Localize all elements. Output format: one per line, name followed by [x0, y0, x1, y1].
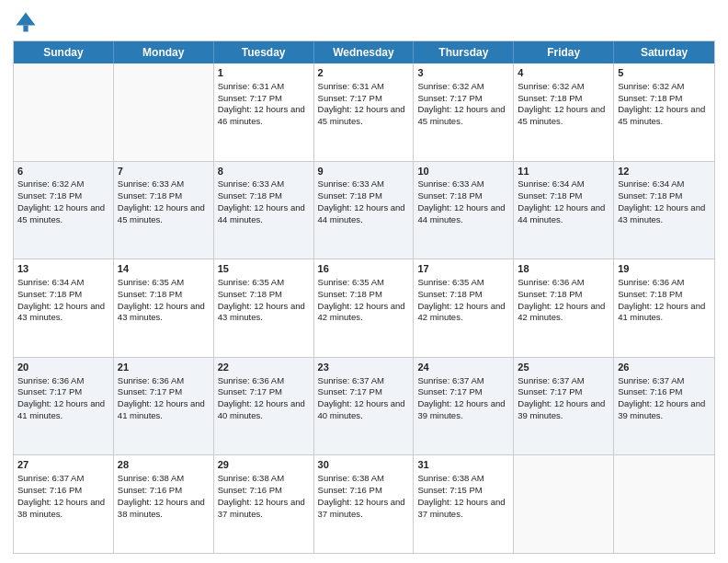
- day-info-line: Sunset: 7:16 PM: [318, 485, 410, 497]
- cal-day-11: 11Sunrise: 6:34 AMSunset: 7:18 PMDayligh…: [514, 162, 614, 259]
- day-number: 15: [218, 262, 310, 276]
- day-info-line: Sunset: 7:18 PM: [417, 190, 509, 202]
- day-info-line: Daylight: 12 hours and 38 minutes.: [118, 497, 210, 521]
- day-number: 1: [218, 66, 310, 80]
- day-info-line: Sunset: 7:18 PM: [17, 190, 109, 202]
- day-info-line: Sunrise: 6:37 AM: [618, 375, 711, 387]
- cal-empty-cell: [14, 63, 114, 161]
- day-info-line: Sunset: 7:17 PM: [118, 386, 210, 398]
- day-info-line: Daylight: 12 hours and 39 minutes.: [417, 398, 509, 422]
- day-info-line: Sunrise: 6:35 AM: [318, 277, 410, 289]
- day-info-line: Daylight: 12 hours and 37 minutes.: [218, 497, 310, 521]
- svg-marker-0: [17, 13, 36, 26]
- day-info-line: Daylight: 12 hours and 37 minutes.: [417, 497, 509, 521]
- logo-icon: [13, 9, 39, 35]
- cal-empty-cell: [614, 455, 714, 553]
- day-number: 2: [318, 66, 410, 80]
- day-number: 13: [17, 262, 109, 276]
- cal-header-friday: Friday: [514, 41, 614, 63]
- day-info-line: Sunrise: 6:33 AM: [118, 178, 210, 190]
- day-info-line: Daylight: 12 hours and 41 minutes.: [17, 398, 109, 422]
- day-number: 11: [518, 165, 609, 178]
- day-number: 7: [118, 165, 210, 178]
- day-info-line: Sunrise: 6:32 AM: [17, 178, 109, 190]
- day-info-line: Daylight: 12 hours and 37 minutes.: [318, 497, 410, 521]
- day-info-line: Sunset: 7:18 PM: [218, 190, 310, 202]
- day-number: 12: [618, 165, 711, 178]
- day-info-line: Sunset: 7:17 PM: [17, 386, 109, 398]
- cal-day-18: 18Sunrise: 6:36 AMSunset: 7:18 PMDayligh…: [514, 259, 614, 357]
- day-info-line: Sunset: 7:18 PM: [318, 289, 410, 301]
- cal-day-12: 12Sunrise: 6:34 AMSunset: 7:18 PMDayligh…: [614, 162, 714, 259]
- day-number: 5: [618, 66, 711, 80]
- day-info-line: Sunset: 7:17 PM: [417, 93, 509, 105]
- cal-header-saturday: Saturday: [614, 41, 714, 63]
- cal-header-thursday: Thursday: [414, 41, 514, 63]
- day-info-line: Daylight: 12 hours and 38 minutes.: [17, 497, 109, 521]
- day-info-line: Sunset: 7:16 PM: [618, 386, 711, 398]
- day-info-line: Daylight: 12 hours and 44 minutes.: [318, 202, 410, 226]
- day-info-line: Sunrise: 6:38 AM: [318, 473, 410, 485]
- cal-day-19: 19Sunrise: 6:36 AMSunset: 7:18 PMDayligh…: [614, 259, 714, 357]
- cal-day-8: 8Sunrise: 6:33 AMSunset: 7:18 PMDaylight…: [214, 162, 314, 259]
- header: [13, 9, 715, 35]
- day-number: 30: [318, 458, 410, 472]
- cal-day-1: 1Sunrise: 6:31 AMSunset: 7:17 PMDaylight…: [214, 63, 314, 161]
- day-info-line: Sunrise: 6:34 AM: [618, 178, 711, 190]
- day-info-line: Sunrise: 6:36 AM: [17, 375, 109, 387]
- cal-week-row-3: 13Sunrise: 6:34 AMSunset: 7:18 PMDayligh…: [14, 259, 714, 358]
- day-info-line: Daylight: 12 hours and 44 minutes.: [518, 202, 609, 226]
- day-info-line: Sunrise: 6:32 AM: [417, 81, 509, 93]
- day-info-line: Daylight: 12 hours and 45 minutes.: [618, 104, 711, 128]
- cal-empty-cell: [114, 63, 214, 161]
- day-info-line: Sunrise: 6:31 AM: [318, 81, 410, 93]
- day-number: 22: [218, 361, 310, 374]
- day-info-line: Sunrise: 6:31 AM: [218, 81, 310, 93]
- cal-day-14: 14Sunrise: 6:35 AMSunset: 7:18 PMDayligh…: [114, 259, 214, 357]
- day-info-line: Daylight: 12 hours and 45 minutes.: [518, 104, 609, 128]
- day-info-line: Sunset: 7:16 PM: [17, 485, 109, 497]
- cal-day-23: 23Sunrise: 6:37 AMSunset: 7:17 PMDayligh…: [314, 358, 415, 455]
- day-number: 9: [318, 165, 410, 178]
- day-number: 25: [518, 361, 609, 374]
- cal-day-25: 25Sunrise: 6:37 AMSunset: 7:17 PMDayligh…: [514, 358, 614, 455]
- day-info-line: Daylight: 12 hours and 43 minutes.: [618, 202, 711, 226]
- svg-rect-1: [23, 26, 28, 32]
- cal-header-wednesday: Wednesday: [314, 41, 415, 63]
- day-info-line: Sunrise: 6:33 AM: [417, 178, 509, 190]
- calendar: SundayMondayTuesdayWednesdayThursdayFrid…: [13, 40, 715, 554]
- day-number: 8: [218, 165, 310, 178]
- cal-week-row-5: 27Sunrise: 6:37 AMSunset: 7:16 PMDayligh…: [14, 455, 714, 553]
- day-info-line: Sunrise: 6:32 AM: [518, 81, 609, 93]
- calendar-body: 1Sunrise: 6:31 AMSunset: 7:17 PMDaylight…: [14, 63, 714, 553]
- cal-day-5: 5Sunrise: 6:32 AMSunset: 7:18 PMDaylight…: [614, 63, 714, 161]
- day-info-line: Daylight: 12 hours and 44 minutes.: [218, 202, 310, 226]
- day-number: 4: [518, 66, 609, 80]
- day-number: 17: [417, 262, 509, 276]
- cal-day-9: 9Sunrise: 6:33 AMSunset: 7:18 PMDaylight…: [314, 162, 415, 259]
- calendar-header-row: SundayMondayTuesdayWednesdayThursdayFrid…: [14, 41, 714, 63]
- day-info-line: Sunset: 7:18 PM: [118, 289, 210, 301]
- day-info-line: Daylight: 12 hours and 42 minutes.: [318, 301, 410, 325]
- day-info-line: Daylight: 12 hours and 45 minutes.: [318, 104, 410, 128]
- day-info-line: Sunset: 7:18 PM: [618, 190, 711, 202]
- day-number: 16: [318, 262, 410, 276]
- day-info-line: Daylight: 12 hours and 45 minutes.: [17, 202, 109, 226]
- day-info-line: Sunset: 7:17 PM: [218, 93, 310, 105]
- day-info-line: Sunset: 7:15 PM: [417, 485, 509, 497]
- day-number: 18: [518, 262, 609, 276]
- day-info-line: Sunrise: 6:37 AM: [318, 375, 410, 387]
- cal-day-3: 3Sunrise: 6:32 AMSunset: 7:17 PMDaylight…: [414, 63, 514, 161]
- day-number: 27: [17, 458, 109, 472]
- day-info-line: Sunset: 7:17 PM: [417, 386, 509, 398]
- day-info-line: Daylight: 12 hours and 45 minutes.: [417, 104, 509, 128]
- day-number: 28: [118, 458, 210, 472]
- day-info-line: Sunrise: 6:35 AM: [118, 277, 210, 289]
- day-info-line: Sunrise: 6:34 AM: [518, 178, 609, 190]
- cal-day-4: 4Sunrise: 6:32 AMSunset: 7:18 PMDaylight…: [514, 63, 614, 161]
- logo: [13, 9, 42, 35]
- cal-day-31: 31Sunrise: 6:38 AMSunset: 7:15 PMDayligh…: [414, 455, 514, 553]
- cal-empty-cell: [514, 455, 614, 553]
- cal-day-29: 29Sunrise: 6:38 AMSunset: 7:16 PMDayligh…: [214, 455, 314, 553]
- cal-day-24: 24Sunrise: 6:37 AMSunset: 7:17 PMDayligh…: [414, 358, 514, 455]
